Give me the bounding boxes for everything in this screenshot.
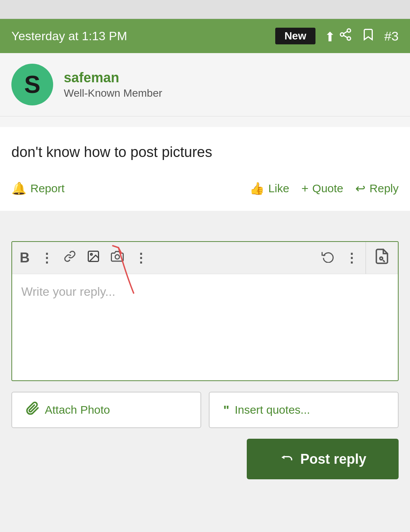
- svg-point-6: [91, 254, 93, 256]
- svg-point-0: [347, 29, 351, 32]
- post-reply-icon: [279, 450, 293, 468]
- file-search-icon[interactable]: [374, 248, 390, 268]
- bottom-actions: Attach Photo " Insert quotes...: [11, 392, 399, 428]
- post-text: don't know how to post pictures: [11, 142, 399, 162]
- bold-icon[interactable]: B: [20, 250, 30, 266]
- post-reply-button[interactable]: Post reply: [247, 439, 399, 479]
- avatar: S: [11, 64, 53, 105]
- post-timestamp: Yesterday at 1:13 PM: [11, 29, 127, 43]
- new-badge[interactable]: New: [275, 28, 315, 44]
- more-options-icon-1[interactable]: ⋮: [40, 250, 53, 265]
- editor-toolbar: B ⋮: [12, 242, 398, 274]
- insert-quotes-button[interactable]: " Insert quotes...: [209, 392, 399, 428]
- user-section: S safeman Well-Known Member: [0, 53, 410, 116]
- paperclip-icon: [26, 402, 39, 418]
- spacer: [0, 211, 410, 241]
- svg-line-9: [383, 260, 385, 262]
- image-icon[interactable]: [87, 250, 100, 266]
- post-content: don't know how to post pictures: [0, 127, 410, 174]
- action-left: 🔔 Report: [11, 181, 65, 196]
- svg-line-3: [344, 35, 347, 38]
- avatar-arrow: [0, 116, 410, 127]
- svg-line-4: [344, 31, 347, 34]
- svg-point-8: [380, 257, 383, 260]
- svg-point-1: [341, 33, 344, 36]
- editor-body[interactable]: Write your reply...: [12, 274, 398, 380]
- share-icon[interactable]: ⬆: [325, 28, 352, 44]
- svg-point-7: [115, 255, 119, 259]
- undo-icon[interactable]: [322, 250, 334, 266]
- report-icon: 🔔: [11, 181, 27, 196]
- user-role: Well-Known Member: [64, 87, 162, 99]
- editor-placeholder: Write your reply...: [21, 285, 115, 298]
- more-options-icon-3[interactable]: ⋮: [345, 250, 358, 265]
- attach-photo-button[interactable]: Attach Photo: [11, 392, 201, 428]
- post-number: #3: [384, 29, 399, 44]
- like-icon: 👍: [249, 181, 265, 196]
- quote-marks-icon: ": [223, 403, 229, 417]
- top-strip: [0, 0, 410, 19]
- quote-button[interactable]: + Quote: [301, 182, 343, 196]
- reply-button[interactable]: ↩ Reply: [355, 181, 399, 196]
- editor-area: B ⋮: [0, 241, 410, 381]
- post-header-actions: New ⬆ #3: [275, 28, 399, 44]
- user-info: safeman Well-Known Member: [64, 70, 162, 99]
- link-icon[interactable]: [64, 250, 76, 265]
- post-header: Yesterday at 1:13 PM New ⬆ #3: [0, 19, 410, 53]
- toolbar-main: B ⋮: [12, 243, 366, 272]
- action-right: 👍 Like + Quote ↩ Reply: [249, 181, 399, 196]
- report-button[interactable]: 🔔 Report: [11, 181, 65, 196]
- bookmark-icon[interactable]: [361, 28, 375, 44]
- editor-wrapper: B ⋮: [11, 241, 399, 381]
- username[interactable]: safeman: [64, 70, 162, 86]
- reply-icon: ↩: [355, 181, 366, 196]
- svg-point-2: [347, 37, 351, 40]
- arrow-decoration: [28, 116, 45, 127]
- action-bar: 🔔 Report 👍 Like + Quote ↩ Reply: [0, 174, 410, 211]
- quote-icon: +: [301, 182, 309, 196]
- like-button[interactable]: 👍 Like: [249, 181, 289, 196]
- toolbar-right-section: [366, 242, 398, 274]
- camera-icon[interactable]: [111, 250, 124, 266]
- post-reply-row: Post reply: [0, 439, 410, 491]
- more-options-icon-2[interactable]: ⋮: [134, 250, 147, 265]
